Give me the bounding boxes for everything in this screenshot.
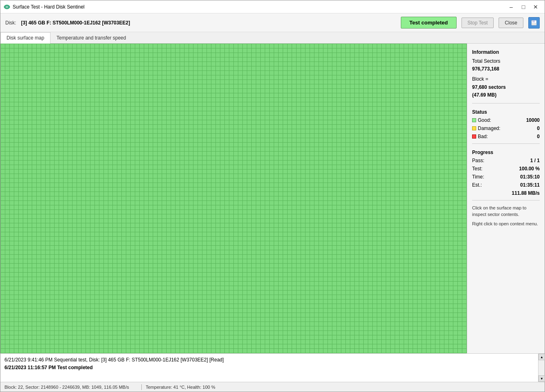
damaged-status-row: Damaged: 0: [472, 126, 540, 131]
main-window: Surface Test - Hard Disk Sentinel – □ ✕ …: [0, 0, 545, 392]
damaged-label: Damaged:: [478, 126, 537, 131]
disk-name: [3] 465 GB F: ST500LM000-1EJ162 [W3703EE…: [21, 20, 130, 26]
test-row: Test: 100.00 %: [472, 166, 540, 172]
damaged-value: 0: [537, 126, 540, 131]
disk-label: Disk:: [5, 20, 16, 26]
est-value: 01:35:11: [520, 182, 540, 188]
svg-point-1: [6, 6, 8, 8]
pass-row: Pass: 1 / 1: [472, 158, 540, 163]
speed-row: 111.88 MB/s: [472, 190, 540, 196]
total-sectors-label: Total Sectors: [472, 57, 540, 65]
speed-value: 111.88 MB/s: [512, 190, 540, 196]
status-title: Status: [472, 109, 540, 115]
block-mb: (47.69 MB): [472, 91, 540, 99]
divider-3: [472, 200, 540, 200]
log-scrollbar[interactable]: ▲ ▼: [538, 354, 545, 382]
save-icon: [531, 20, 537, 26]
damaged-indicator: [472, 126, 476, 130]
svg-rect-3: [532, 20, 535, 22]
bad-label: Bad:: [478, 134, 537, 139]
block-value: 97,680 sectors: [472, 84, 540, 91]
test-status-badge: Test completed: [401, 17, 456, 29]
status-bar: Block: 22, Sector: 2148960 - 2246639, MB…: [0, 382, 545, 392]
window-title: Surface Test - Hard Disk Sentinel: [13, 4, 85, 10]
tab-disk-surface-map[interactable]: Disk surface map: [0, 32, 51, 44]
log-line-1: 6/21/2023 9:41:46 PM Sequential test, Di…: [4, 356, 533, 364]
scroll-up-arrow[interactable]: ▲: [538, 354, 545, 360]
svg-rect-4: [532, 23, 536, 25]
log-content: 6/21/2023 9:41:46 PM Sequential test, Di…: [4, 356, 541, 372]
status-bar-divider: [141, 384, 142, 390]
toolbar: Disk: [3] 465 GB F: ST500LM000-1EJ162 [W…: [0, 13, 545, 32]
hint-2: Right click to open context menu.: [472, 220, 540, 227]
surface-map-grid[interactable]: [0, 44, 467, 353]
map-container[interactable]: [0, 44, 467, 353]
pass-label: Pass:: [472, 158, 484, 163]
total-sectors-value: 976,773,168: [472, 65, 540, 73]
good-label: Good:: [478, 117, 526, 123]
title-bar: Surface Test - Hard Disk Sentinel – □ ✕: [0, 0, 545, 13]
divider-2: [472, 143, 540, 144]
good-status-row: Good: 10000: [472, 117, 540, 123]
bad-value: 0: [537, 134, 540, 139]
window-close-button[interactable]: ✕: [530, 3, 541, 11]
pass-value: 1 / 1: [530, 158, 540, 163]
time-value: 01:35:10: [520, 174, 540, 180]
est-row: Est.: 01:35:11: [472, 182, 540, 188]
close-button[interactable]: Close: [499, 18, 523, 28]
save-button[interactable]: [528, 17, 540, 29]
temp-info: Temperature: 41 °C, Health: 100 %: [146, 385, 224, 390]
tab-temperature-transfer[interactable]: Temperature and transfer speed: [51, 32, 132, 43]
est-label: Est.:: [472, 182, 482, 188]
log-area: 6/21/2023 9:41:46 PM Sequential test, Di…: [0, 353, 545, 382]
total-sectors-block: Total Sectors 976,773,168: [472, 57, 540, 73]
block-label: Block =: [472, 75, 540, 83]
title-bar-left: Surface Test - Hard Disk Sentinel: [4, 4, 85, 10]
block-size-block: Block = 97,680 sectors (47.69 MB): [472, 75, 540, 99]
title-bar-controls: – □ ✕: [505, 3, 541, 11]
information-title: Information: [472, 49, 540, 55]
content-area: Information Total Sectors 976,773,168 Bl…: [0, 44, 545, 353]
bad-indicator: [472, 134, 476, 139]
app-icon: [4, 4, 10, 10]
divider-1: [472, 103, 540, 104]
test-value: 100.00 %: [519, 166, 540, 172]
test-label: Test:: [472, 166, 482, 172]
time-row: Time: 01:35:10: [472, 174, 540, 180]
hint-1: Click on the surface map to inspect sect…: [472, 205, 540, 218]
minimize-button[interactable]: –: [505, 3, 517, 11]
stop-test-button[interactable]: Stop Test: [461, 18, 494, 28]
progress-title: Progress: [472, 150, 540, 155]
tab-bar: Disk surface map Temperature and transfe…: [0, 32, 545, 44]
maximize-button[interactable]: □: [518, 3, 529, 11]
bad-status-row: Bad: 0: [472, 134, 540, 139]
good-indicator: [472, 118, 476, 122]
info-panel: Information Total Sectors 976,773,168 Bl…: [467, 44, 545, 353]
block-info: Block: 22, Sector: 2148960 - 2246639, MB…: [4, 385, 137, 390]
log-line-2: 6/21/2023 11:16:57 PM Test completed: [4, 364, 533, 372]
scroll-down-arrow[interactable]: ▼: [538, 375, 545, 382]
good-value: 10000: [526, 117, 540, 123]
time-label: Time:: [472, 174, 484, 180]
